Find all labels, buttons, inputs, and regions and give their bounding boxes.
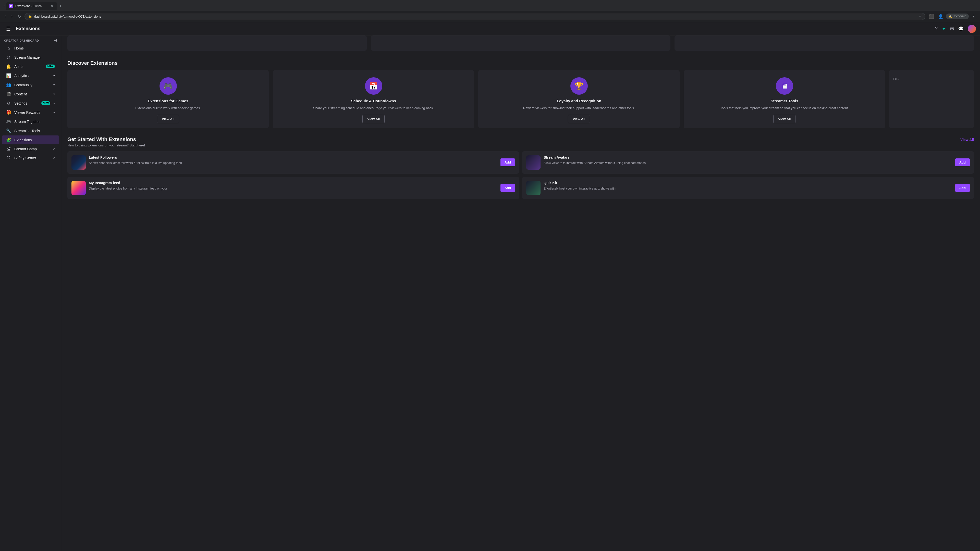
notifications-icon[interactable]: ✉ <box>950 26 954 32</box>
back-button[interactable]: ‹ <box>3 13 7 20</box>
community-chevron: ▾ <box>53 83 55 87</box>
main-layout: CREATOR DASHBOARD ⊣ ⌂ Home ◎ Stream Mana… <box>0 35 980 551</box>
schedule-card-desc: Share your streaming schedule and encour… <box>313 106 434 111</box>
tab-close-button[interactable]: × <box>50 3 54 9</box>
quiz-kit-thumbnail <box>526 181 541 195</box>
analytics-label: Analytics <box>14 74 50 78</box>
url-text: dashboard.twitch.tv/u/moodjoy071/extensi… <box>34 14 917 18</box>
stream-avatars-name: Stream Avatars <box>544 156 952 159</box>
latest-followers-info: Latest Followers Shows channel's latest … <box>89 156 497 165</box>
app-title: Extensions <box>16 26 40 32</box>
user-avatar[interactable] <box>968 25 976 33</box>
analytics-chevron: ▾ <box>53 74 55 78</box>
browser-toolbar: ‹ › ↻ 🔒 dashboard.twitch.tv/u/moodjoy071… <box>0 11 980 22</box>
stream-together-label: Stream Together <box>14 120 55 124</box>
get-started-view-all-link[interactable]: View All <box>960 138 974 142</box>
stream-avatars-add-button[interactable]: Add <box>955 159 970 166</box>
sidebar-item-settings[interactable]: ⚙ Settings NEW ▾ <box>2 99 59 108</box>
viewer-rewards-label: Viewer Rewards <box>14 110 50 114</box>
content-icon: 🎬 <box>6 92 11 97</box>
app-header: ☰ Extensions ? ✦ ✉ 💬 <box>0 22 980 35</box>
quiz-kit-add-button[interactable]: Add <box>955 184 970 192</box>
latest-followers-desc: Shows channel's latest followers & follo… <box>89 161 497 165</box>
sidebar-item-viewer-rewards[interactable]: 🎁 Viewer Rewards ▾ <box>2 108 59 117</box>
settings-chevron: ▾ <box>53 102 55 105</box>
latest-followers-add-button[interactable]: Add <box>501 159 515 166</box>
get-started-title: Get Started With Extensions <box>67 137 136 142</box>
schedule-view-all-button[interactable]: View All <box>363 115 385 123</box>
tab-bar: ‹ Extensions - Twitch × + <box>0 0 980 11</box>
home-label: Home <box>14 46 55 50</box>
toolbar-actions: ⬛ 👤 🕵 Incognito ⋮ <box>928 13 977 20</box>
top-card-3 <box>675 35 974 51</box>
instagram-feed-thumbnail <box>72 181 86 195</box>
sidebar-item-streaming-tools[interactable]: 🔧 Streaming Tools <box>2 126 59 135</box>
tab-back-arrow[interactable]: ‹ <box>2 3 6 9</box>
alerts-label: Alerts <box>14 65 43 68</box>
sidebar-item-stream-manager[interactable]: ◎ Stream Manager <box>2 53 59 62</box>
sidebar-item-analytics[interactable]: 📊 Analytics ▾ <box>2 71 59 80</box>
active-tab[interactable]: Extensions - Twitch × <box>6 2 57 10</box>
hamburger-menu-button[interactable]: ☰ <box>4 25 13 33</box>
sidebar-item-safety-center[interactable]: 🛡 Safety Center ↗ <box>2 154 59 162</box>
streamer-tools-card-title: Streamer Tools <box>771 99 798 103</box>
forward-button[interactable]: › <box>10 13 14 20</box>
games-card-icon: 🎮 <box>159 77 177 95</box>
community-icon: 👥 <box>6 83 11 87</box>
loyalty-view-all-button[interactable]: View All <box>568 115 590 123</box>
games-card-title: Extensions for Games <box>148 99 188 103</box>
creator-dashboard-label: CREATOR DASHBOARD <box>4 39 39 42</box>
instagram-feed-desc: Display the latest photos from any Insta… <box>89 186 497 191</box>
sidebar-item-extensions[interactable]: 🧩 Extensions <box>2 135 59 144</box>
whispers-icon[interactable]: 💬 <box>958 26 964 32</box>
streamer-tools-view-all-button[interactable]: View All <box>773 115 795 123</box>
sidebar-item-home[interactable]: ⌂ Home <box>2 44 59 52</box>
app-container: ☰ Extensions ? ✦ ✉ 💬 CREATOR DASHBOARD ⊣… <box>0 22 980 551</box>
list-item: Quiz Kit Effortlessly host your own inte… <box>522 177 974 199</box>
star-icon[interactable]: ☆ <box>919 14 921 18</box>
extensions-icon[interactable]: ⬛ <box>928 13 935 20</box>
sidebar-item-alerts[interactable]: 🔔 Alerts NEW <box>2 62 59 71</box>
streamer-tools-card-desc: Tools that help you improve your stream … <box>720 106 849 111</box>
loyalty-card-icon: 🏆 <box>570 77 588 95</box>
creator-camp-icon: 🏕 <box>6 147 11 151</box>
stream-manager-label: Stream Manager <box>14 56 55 59</box>
settings-icon: ⚙ <box>6 101 11 106</box>
sidebar-item-stream-together[interactable]: 🎮 Stream Together <box>2 117 59 126</box>
games-view-all-button[interactable]: View All <box>157 115 179 123</box>
profile-icon[interactable]: 👤 <box>937 13 945 20</box>
ext-card-partial: Fu... <box>889 70 974 128</box>
ext-card-games: 🎮 Extensions for Games Extensions built … <box>67 70 269 128</box>
streamer-tools-card-icon: 🖥 <box>776 77 793 95</box>
top-card-2 <box>371 35 670 51</box>
home-icon: ⌂ <box>6 46 11 51</box>
browser-menu-button[interactable]: ⋮ <box>970 13 977 20</box>
get-started-subtitle: New to using Extensions on your stream? … <box>61 143 980 151</box>
ext-card-streamer-tools: 🖥 Streamer Tools Tools that help you imp… <box>684 70 885 128</box>
help-icon[interactable]: ? <box>935 26 938 32</box>
lock-icon: 🔒 <box>28 14 32 18</box>
sidebar-item-creator-camp[interactable]: 🏕 Creator Camp ↗ <box>2 144 59 153</box>
incognito-label: Incognito <box>954 14 966 18</box>
extensions-list: Latest Followers Shows channel's latest … <box>61 151 980 199</box>
sidebar-item-community[interactable]: 👥 Community ▾ <box>2 80 59 89</box>
new-tab-button[interactable]: + <box>57 3 64 10</box>
top-card-1 <box>67 35 367 51</box>
sidebar-section-title: CREATOR DASHBOARD ⊣ <box>0 35 61 44</box>
incognito-button[interactable]: 🕵 Incognito <box>946 14 969 19</box>
turbo-icon[interactable]: ✦ <box>942 26 946 32</box>
list-item: Stream Avatars Allow viewers to interact… <box>522 151 974 174</box>
top-cards-section <box>61 35 980 55</box>
browser-chrome: ‹ Extensions - Twitch × + ‹ › ↻ 🔒 dashbo… <box>0 0 980 22</box>
streaming-tools-label: Streaming Tools <box>14 129 55 133</box>
stream-avatars-thumbnail <box>526 156 541 170</box>
sidebar-collapse-button[interactable]: ⊣ <box>54 38 57 43</box>
instagram-feed-add-button[interactable]: Add <box>501 184 515 192</box>
sidebar-item-content[interactable]: 🎬 Content ▾ <box>2 89 59 98</box>
refresh-button[interactable]: ↻ <box>16 13 22 20</box>
content-label: Content <box>14 92 50 96</box>
alerts-icon: 🔔 <box>6 64 11 69</box>
address-bar[interactable]: 🔒 dashboard.twitch.tv/u/moodjoy071/exten… <box>24 13 926 20</box>
stream-avatars-desc: Allow viewers to interact with Stream Av… <box>544 161 952 165</box>
get-started-header: Get Started With Extensions View All <box>61 135 980 143</box>
